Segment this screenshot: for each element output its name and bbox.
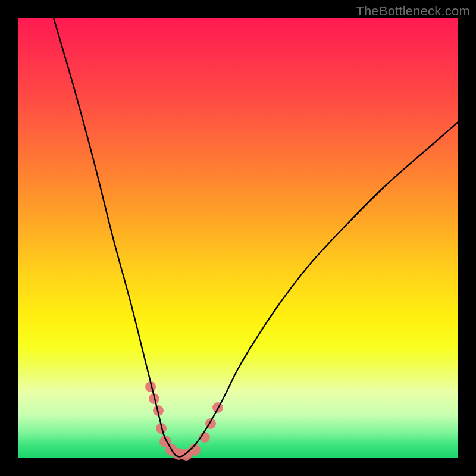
chart-svg: [18, 18, 458, 458]
plot-area: [18, 18, 458, 458]
chart-frame: TheBottleneck.com: [0, 0, 476, 476]
watermark-text: TheBottleneck.com: [356, 4, 470, 19]
main-curve: [54, 18, 458, 456]
